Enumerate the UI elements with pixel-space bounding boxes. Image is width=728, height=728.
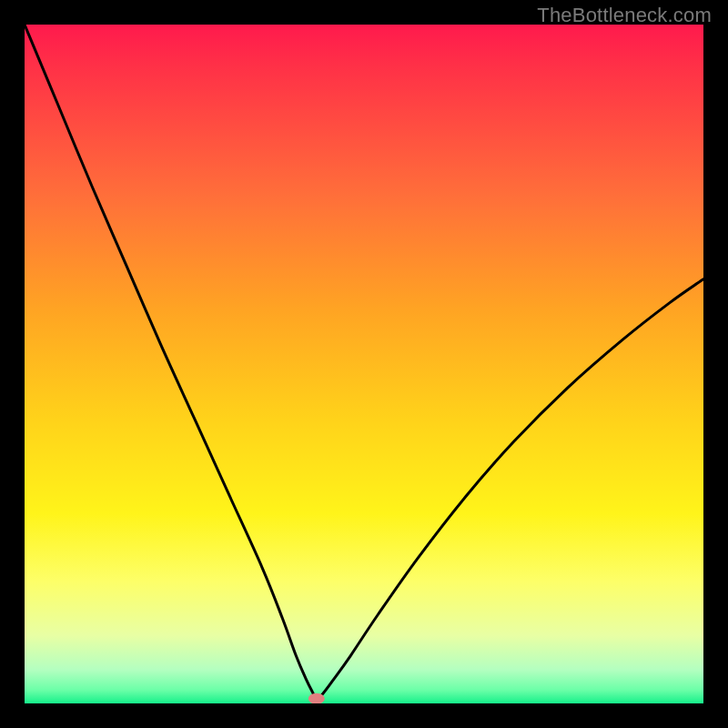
chart-frame: TheBottleneck.com — [0, 0, 728, 728]
bottleneck-curve — [25, 25, 703, 700]
curve-svg — [25, 25, 703, 703]
plot-area — [25, 25, 703, 703]
